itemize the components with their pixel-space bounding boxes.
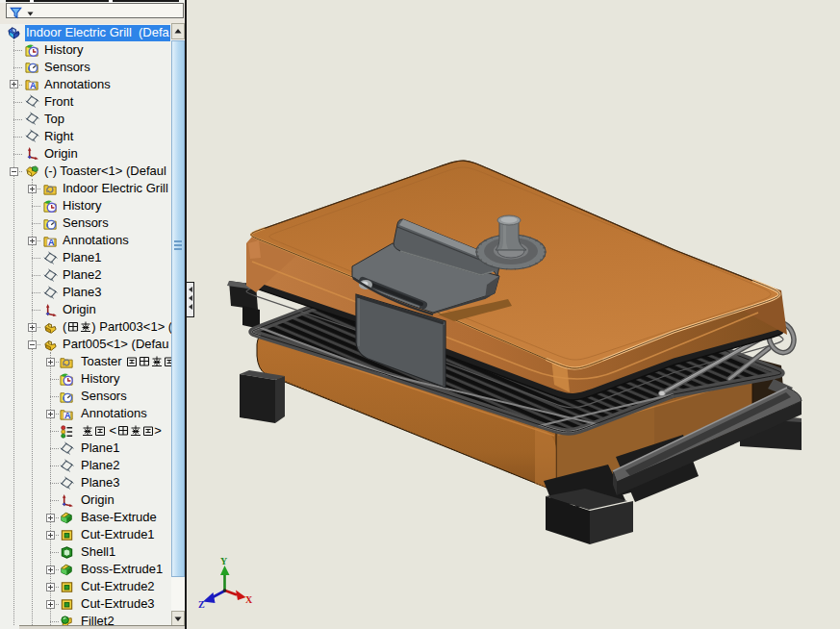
svg-text:X: X xyxy=(245,594,253,605)
svg-text:Z: Z xyxy=(198,599,205,610)
svg-text:Y: Y xyxy=(220,556,228,566)
svg-text:A: A xyxy=(48,238,55,247)
svg-text:A: A xyxy=(30,81,37,90)
svg-text:A: A xyxy=(64,411,71,420)
